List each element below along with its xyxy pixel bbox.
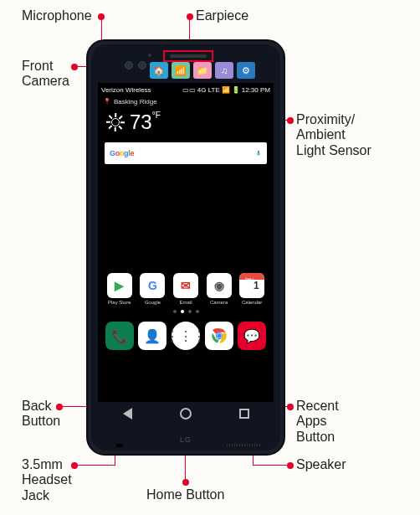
dock-item[interactable]	[205, 322, 233, 350]
phone-body: 🏠📶📁♫⚙ Verizon Wireless ▭▭4G LTE📶🔋12:30 P…	[86, 39, 285, 456]
callout-dot	[71, 64, 78, 70]
dock: 📞👤⋮⋮⋮💬	[98, 318, 274, 350]
callout-dot	[287, 462, 294, 469]
dock-item[interactable]: 👤	[138, 322, 166, 350]
app-label: Email	[179, 300, 192, 305]
second-screen: 🏠📶📁♫⚙	[150, 61, 274, 80]
dock-item[interactable]: 💬	[238, 322, 266, 350]
second-screen-tile[interactable]: 📶	[172, 62, 190, 79]
label-headset-jack: 3.5mm Headset Jack	[22, 457, 72, 503]
app-label: Google	[145, 300, 161, 305]
label-back-button: Back Button	[22, 399, 60, 430]
navigation-bar	[98, 402, 274, 425]
brand-logo: LG	[91, 435, 280, 444]
location-widget: 📍 Basking Ridge	[98, 96, 274, 107]
second-screen-tile[interactable]: 🏠	[150, 62, 168, 79]
app-icon: ◉	[207, 273, 232, 298]
google-logo: Google	[110, 149, 134, 157]
home-icon	[180, 408, 192, 420]
callout-dot	[56, 404, 63, 410]
label-proximity: Proximity/ Ambient Light Sensor	[296, 112, 371, 158]
label-recent-apps: Recent Apps Button	[296, 399, 339, 445]
label-front-camera: Front Camera	[22, 59, 69, 90]
google-search-bar[interactable]: Google	[105, 142, 267, 164]
label-microphone: Microphone	[22, 8, 92, 23]
second-screen-tile[interactable]: ♫	[215, 62, 233, 79]
label-speaker: Speaker	[296, 457, 346, 472]
back-icon	[123, 408, 132, 420]
front-camera-sensors	[125, 61, 146, 70]
second-screen-tile[interactable]: 📁	[193, 62, 212, 79]
recent-icon	[239, 409, 249, 419]
app-calendar[interactable]: THU1Calendar	[238, 273, 266, 305]
microphone-hole	[148, 54, 151, 57]
label-earpiece: Earpiece	[196, 8, 248, 23]
speaker-grill	[227, 444, 260, 446]
label-home-button: Home Button	[146, 487, 224, 502]
headset-jack	[116, 444, 123, 447]
callout-dot	[187, 13, 193, 20]
voice-search-icon[interactable]	[255, 148, 262, 158]
recent-apps-button[interactable]	[228, 404, 261, 424]
svg-point-2	[217, 333, 221, 337]
earpiece	[163, 50, 213, 62]
phone-screen: Verizon Wireless ▭▭4G LTE📶🔋12:30 PM 📍 Ba…	[98, 83, 274, 402]
dock-item[interactable]: 📞	[105, 322, 134, 350]
app-icon: G	[140, 273, 165, 298]
app-icon: ✉	[173, 273, 198, 298]
app-row: ▶Play StoreGGoogle✉Email◉CameraTHU1Calen…	[98, 273, 274, 305]
app-email[interactable]: ✉Email	[172, 273, 200, 305]
app-icon: THU1	[239, 273, 264, 298]
app-google[interactable]: GGoogle	[138, 273, 166, 305]
page-indicator	[98, 305, 274, 318]
callout-dot	[287, 117, 294, 124]
app-icon: ▶	[107, 273, 132, 298]
second-screen-tile[interactable]: ⚙	[237, 62, 255, 79]
status-bar: Verizon Wireless ▭▭4G LTE📶🔋12:30 PM	[98, 83, 274, 96]
app-label: Calendar	[242, 300, 262, 305]
weather-widget: 73°F	[98, 107, 274, 142]
home-button[interactable]	[169, 404, 202, 424]
back-button[interactable]	[110, 404, 144, 424]
callout-dot	[182, 479, 189, 486]
app-play-store[interactable]: ▶Play Store	[105, 273, 134, 305]
app-label: Camera	[210, 300, 228, 305]
app-camera[interactable]: ◉Camera	[205, 273, 233, 305]
dock-item[interactable]: ⋮⋮⋮	[172, 322, 200, 350]
callout-dot	[287, 404, 294, 410]
location-pin-icon: 📍	[103, 98, 111, 106]
sun-icon	[106, 113, 125, 131]
callout-dot	[71, 462, 78, 469]
app-label: Play Store	[108, 300, 131, 305]
